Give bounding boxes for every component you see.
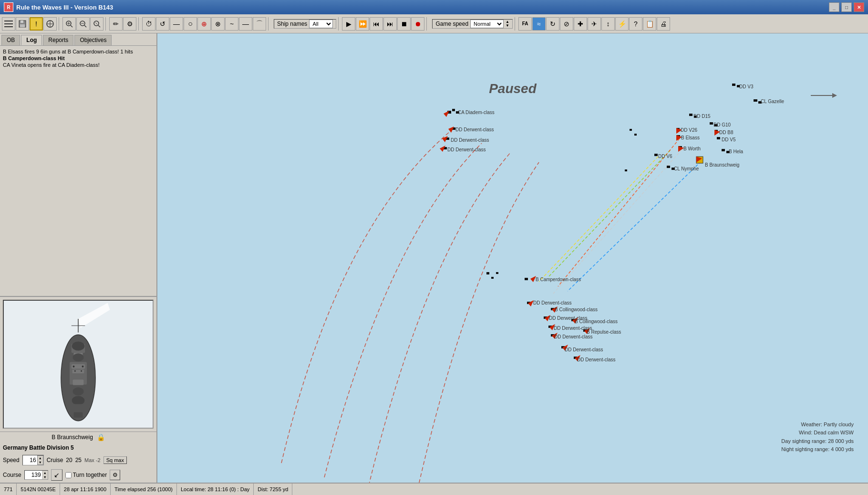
plane-btn[interactable]: ✈ <box>588 17 601 31</box>
speed-down-arrow[interactable]: ▼ <box>506 24 509 28</box>
help-btn[interactable]: ? <box>629 17 642 31</box>
svg-point-31 <box>72 396 85 405</box>
toolbar-yellow-btn[interactable]: ! <box>30 17 43 31</box>
crosshair-btn[interactable]: ⊕ <box>197 17 211 31</box>
svg-line-40 <box>539 157 658 282</box>
svg-marker-52 <box>448 126 454 133</box>
erase-btn[interactable]: ⊘ <box>560 17 573 31</box>
ship-names-select[interactable]: All <box>309 20 333 28</box>
toolbar-group-extras: FA ≈ ↻ ⊘ ✚ ✈ ↕ ⚡ ? 📋 🖨 <box>518 17 670 31</box>
status-cell-6: Dist: 7255 yd <box>254 484 292 495</box>
rewind-btn[interactable]: ⏮ <box>370 17 383 31</box>
svg-marker-54 <box>442 136 448 142</box>
zoom-fit-btn[interactable] <box>90 17 103 31</box>
svg-marker-50 <box>444 111 449 117</box>
label-dd-g10: DD G10 <box>713 122 731 127</box>
course-down[interactable]: ▼ <box>42 475 48 479</box>
refresh-btn[interactable]: ↻ <box>546 17 559 31</box>
app-icon: R <box>4 2 13 12</box>
stop2-btn[interactable]: ⏹ <box>397 17 411 31</box>
resize-btn[interactable]: ↕ <box>601 17 615 31</box>
svg-rect-98 <box>654 154 658 156</box>
svg-point-32 <box>73 366 75 368</box>
clipboard-btn[interactable]: 📋 <box>643 17 656 31</box>
bolt-btn[interactable]: ⚡ <box>615 17 629 31</box>
log-content: B Elsass fires 9 6in guns at B Camperdow… <box>0 46 156 296</box>
direction-icon[interactable]: ↙ <box>51 469 62 481</box>
close-button[interactable]: ✕ <box>854 2 864 12</box>
svg-marker-92 <box>676 135 682 141</box>
ship-panel: B Braunschweig 🔒 Germany Battle Division… <box>0 296 156 483</box>
svg-rect-103 <box>630 129 632 131</box>
status-bar: 771 5142N 00245E 28 apr 11:16 1900 Time … <box>0 483 868 495</box>
dash-btn[interactable]: — <box>239 17 252 31</box>
fa-btn[interactable]: FA <box>518 17 532 31</box>
svg-marker-90 <box>714 130 720 136</box>
zoom-out-btn[interactable] <box>76 17 90 31</box>
svg-rect-84 <box>694 116 697 118</box>
course-spins: ▲ ▼ <box>42 471 48 479</box>
settings-btn[interactable]: ⚙ <box>123 17 136 31</box>
zoom-in-btn[interactable] <box>62 17 76 31</box>
cruise-val1: 20 <box>66 457 72 463</box>
speed-input[interactable] <box>23 456 37 464</box>
svg-line-14 <box>84 25 86 27</box>
svg-line-17 <box>98 25 100 27</box>
gear-settings-btn[interactable]: ⚙ <box>110 470 120 480</box>
turn-together-checkbox[interactable] <box>65 472 72 478</box>
circle-btn[interactable]: ○ <box>184 17 197 31</box>
label-dd-v26: DD V26 <box>681 127 697 133</box>
tab-objectives[interactable]: Objectives <box>74 35 112 45</box>
record-btn[interactable]: ⏺ <box>411 17 424 31</box>
game-speed-select[interactable]: Normal <box>470 20 504 28</box>
fast-fwd-btn[interactable]: ⏩ <box>356 17 369 31</box>
tab-ob[interactable]: OB <box>1 35 20 45</box>
svg-marker-56 <box>440 146 445 152</box>
speed-up[interactable]: ▲ <box>38 456 43 460</box>
course-up[interactable]: ▲ <box>42 471 48 475</box>
window-title: Rule the Waves III - Version B143 <box>16 4 113 11</box>
minimize-button[interactable]: _ <box>829 2 839 12</box>
svg-rect-55 <box>444 147 447 149</box>
skip-fwd-btn[interactable]: ⏭ <box>383 17 397 31</box>
lock-icon[interactable]: 🔒 <box>97 433 105 441</box>
toolbar-save-btn[interactable] <box>16 17 29 31</box>
print-btn[interactable]: 🖨 <box>657 17 670 31</box>
course-input[interactable] <box>25 471 42 479</box>
svg-rect-99 <box>696 157 703 163</box>
svg-marker-100 <box>696 157 702 162</box>
tab-reports[interactable]: Reports <box>43 35 73 45</box>
sq-max-btn[interactable]: Sq max <box>103 456 127 464</box>
speed-spin: ▲ ▼ <box>37 455 43 465</box>
svg-rect-75 <box>561 346 565 348</box>
svg-marker-64 <box>552 306 558 313</box>
rotate-btn[interactable]: ↺ <box>156 17 169 31</box>
toolbar-menu-btn[interactable] <box>2 17 15 31</box>
svg-rect-77 <box>574 357 577 359</box>
svg-point-35 <box>81 370 82 372</box>
label-b-collingwood2: B Collingwood-class <box>575 319 618 324</box>
pencil-btn[interactable]: ✏ <box>109 17 123 31</box>
curve-btn[interactable]: ⌒ <box>253 17 266 31</box>
svg-marker-78 <box>575 355 580 361</box>
label-b-worth: B Worth <box>683 146 701 151</box>
tab-log[interactable]: Log <box>21 35 42 45</box>
svg-marker-76 <box>562 345 568 351</box>
svg-marker-46 <box>832 93 837 98</box>
svg-rect-102 <box>672 168 675 170</box>
play-btn[interactable]: ▶ <box>342 17 355 31</box>
maximize-button[interactable]: □ <box>841 2 852 12</box>
speed-down[interactable]: ▼ <box>38 460 43 464</box>
minus-btn[interactable]: — <box>170 17 183 31</box>
map-area[interactable]: CA Diadem-class DD Derwent-class DD Derw… <box>157 33 868 483</box>
svg-marker-68 <box>572 317 578 324</box>
svg-rect-80 <box>737 85 740 87</box>
add-btn[interactable]: ✚ <box>574 17 587 31</box>
label-dd-v6: DD V6 <box>658 154 672 159</box>
stop-btn[interactable]: ⊗ <box>211 17 225 31</box>
wave-btn[interactable]: ~ <box>225 17 238 31</box>
toolbar-view-btn[interactable] <box>43 17 57 31</box>
label-dd-derwent1: DD Derwent-class <box>455 127 494 132</box>
water-btn[interactable]: ≈ <box>532 17 546 31</box>
clock-btn[interactable]: ⏱ <box>142 17 155 31</box>
